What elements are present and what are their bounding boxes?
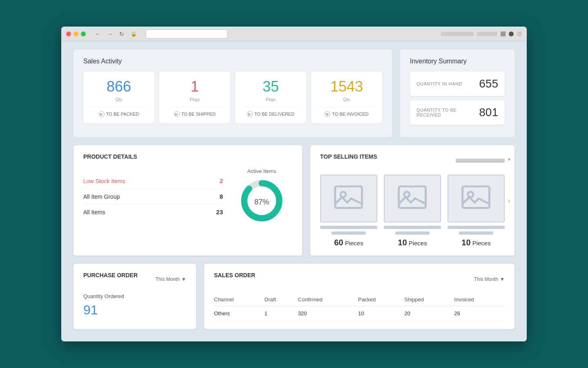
forward-button[interactable]: → [105,30,114,38]
inventory-in-hand-value: 655 [479,77,498,90]
address-bar [146,29,434,38]
cell-packed: 10 [358,306,404,321]
browser-titlebar: ← → ↻ 🔒 [61,27,527,41]
product-row-all-items[interactable]: All Items 23 [83,204,223,220]
item-count-1: 60 Pieces [320,238,377,247]
kpi-shipped-value: 1 [167,78,222,95]
sales-activity-title: Sales Activity [83,58,382,65]
item-image-2 [384,175,441,222]
top-selling-dropdown[interactable] [456,159,505,163]
toolbar-right [441,31,522,36]
donut-container: Active Items 87% [231,168,292,225]
back-button[interactable]: ← [93,30,102,38]
col-invoiced: Invoiced [454,293,505,306]
product-row-low-stock[interactable]: Low Stock Items 2 [83,173,223,189]
kpi-packed-value: 866 [91,78,146,95]
low-stock-count: 2 [220,177,223,184]
item-bar-3 [448,226,505,229]
kpi-delivered-label: ▶ TO BE DELIVERED [243,107,298,117]
cell-confirmed: 320 [298,306,358,321]
toolbar-btn-1[interactable] [501,31,506,36]
product-row-item-group[interactable]: All Item Group 8 [83,189,223,204]
toolbar-bar-1 [441,32,474,36]
lock-icon: 🔒 [129,30,138,38]
item-count-2: 10 Pieces [384,238,441,247]
item-group-count: 8 [220,193,223,200]
inventory-summary-panel: Inventory Summary QUANTITY IN HAND 655 Q… [400,49,514,137]
close-button[interactable] [66,31,71,36]
svg-rect-3 [335,186,362,208]
kpi-shipped-unit: Pkgs [167,97,222,102]
product-details-panel: PRODUCT DETAILS Low Stock Items 2 All It… [74,145,302,256]
inventory-title: Inventory Summary [410,58,505,65]
item-image-1 [320,175,377,222]
items-grid: 60 Pieces [320,175,505,247]
maximize-button[interactable] [81,31,86,36]
item-count-3: 10 Pieces [448,238,505,247]
sales-period-dropdown[interactable]: This Month ▼ [474,276,505,282]
kpi-invoiced-unit: Qty [319,97,374,102]
svg-text:87%: 87% [254,197,270,206]
purchase-order-panel: PURCHASE ORDER This Month ▼ Quantity Ord… [74,264,196,329]
cell-invoiced: 26 [454,306,505,321]
toolbar-bar-2 [477,32,497,36]
top-selling-panel: TOP SELLING ITEMS [310,145,514,256]
item-image-3 [448,175,505,222]
inventory-in-hand[interactable]: QUANTITY IN HAND 655 [410,72,505,96]
kpi-cards: 866 Qty ▶ TO BE PACKED 1 Pkgs ▶ TO BE SH… [83,72,382,123]
product-list: Low Stock Items 2 All Item Group 8 All I… [83,173,223,220]
browser-nav: ← → ↻ 🔒 [93,30,138,38]
purchase-order-title: PURCHASE ORDER [83,272,138,278]
inventory-to-receive-label: QUANTITY TO BE RECEIVED [416,108,479,117]
toolbar-circle[interactable] [509,31,514,36]
all-items-count: 23 [216,209,223,215]
minimize-button[interactable] [74,31,78,36]
active-items-donut: 87% [239,178,284,223]
top-selling-header: TOP SELLING ITEMS [320,153,505,168]
shipped-icon: ▶ [174,111,180,117]
item-bar-1 [320,226,377,229]
reload-button[interactable]: ↻ [118,30,126,38]
product-details-inner: Low Stock Items 2 All Item Group 8 All I… [83,168,292,225]
item-card-3[interactable]: 10 Pieces [448,175,505,247]
chevron-down-icon: ▼ [181,276,186,282]
sales-order-title: SALES ORDER [214,272,255,278]
kpi-to-be-shipped[interactable]: 1 Pkgs ▶ TO BE SHIPPED [159,72,230,123]
table-row[interactable]: Others 1 320 10 20 26 [214,306,505,321]
sales-header: SALES ORDER This Month ▼ [214,272,505,287]
cell-channel: Others [214,306,265,321]
purchase-period-dropdown[interactable]: This Month ▼ [156,276,186,282]
col-packed: Packed [358,293,404,306]
kpi-invoiced-value: 1543 [319,78,374,95]
kpi-to-be-invoiced[interactable]: 1543 Qty ▶ TO BE INVOICED [311,72,382,123]
kpi-packed-label: ▶ TO BE PACKED [91,107,146,117]
kpi-to-be-packed[interactable]: 866 Qty ▶ TO BE PACKED [83,72,154,123]
packed-icon: ▶ [99,111,105,117]
cell-draft: 1 [265,306,298,321]
purchase-header: PURCHASE ORDER This Month ▼ [83,272,186,287]
top-selling-title: TOP SELLING ITEMS [320,153,377,160]
col-draft: Draft [265,293,298,306]
item-bar-3-short [459,231,493,235]
svg-rect-5 [399,186,426,208]
sales-activity-panel: Sales Activity 866 Qty ▶ TO BE PACKED 1 … [74,49,392,137]
product-details-title: PRODUCT DETAILS [83,153,292,160]
item-bar-2 [384,226,441,229]
url-input[interactable] [146,29,227,38]
purchase-qty-value: 91 [83,303,186,318]
kpi-delivered-unit: Pkgs [243,97,298,102]
col-channel: Channel [214,293,265,306]
item-card-1[interactable]: 60 Pieces [320,175,377,247]
toolbar-btn-2[interactable] [517,31,522,36]
kpi-invoiced-label: ▶ TO BE INVOICED [319,107,374,117]
browser-content: Sales Activity 866 Qty ▶ TO BE PACKED 1 … [61,41,527,341]
item-group-label: All Item Group [83,193,120,200]
col-shipped: Shipped [404,293,454,306]
chevron-down-icon-2: ▼ [500,276,505,282]
all-items-label: All Items [83,209,105,215]
next-button[interactable]: › [508,196,510,205]
kpi-to-be-delivered[interactable]: 35 Pkgs ▶ TO BE DELIVERED [235,72,306,123]
inventory-to-receive[interactable]: QUANTITY TO BE RECEIVED 801 [410,100,505,125]
kpi-packed-unit: Qty [91,97,146,102]
item-card-2[interactable]: 10 Pieces [384,175,441,247]
